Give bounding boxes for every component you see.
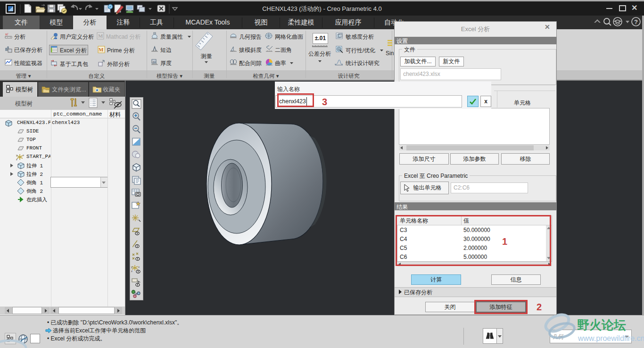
svg-text:z: z bbox=[131, 270, 132, 273]
svg-text:x: x bbox=[138, 265, 140, 268]
svg-text:x: x bbox=[23, 154, 24, 157]
svg-text:z: z bbox=[16, 158, 17, 161]
svg-text:野火论坛: 野火论坛 bbox=[577, 318, 626, 332]
svg-text:y: y bbox=[16, 154, 17, 157]
svg-text:x/: x/ bbox=[5, 32, 8, 36]
svg-text:M: M bbox=[98, 33, 103, 39]
svg-text:?: ? bbox=[634, 18, 638, 25]
svg-text:3D: 3D bbox=[152, 60, 156, 63]
svg-text:y: y bbox=[131, 265, 132, 268]
svg-text:www.proewildfire.cn: www.proewildfire.cn bbox=[578, 334, 644, 342]
svg-text:M: M bbox=[99, 47, 104, 52]
